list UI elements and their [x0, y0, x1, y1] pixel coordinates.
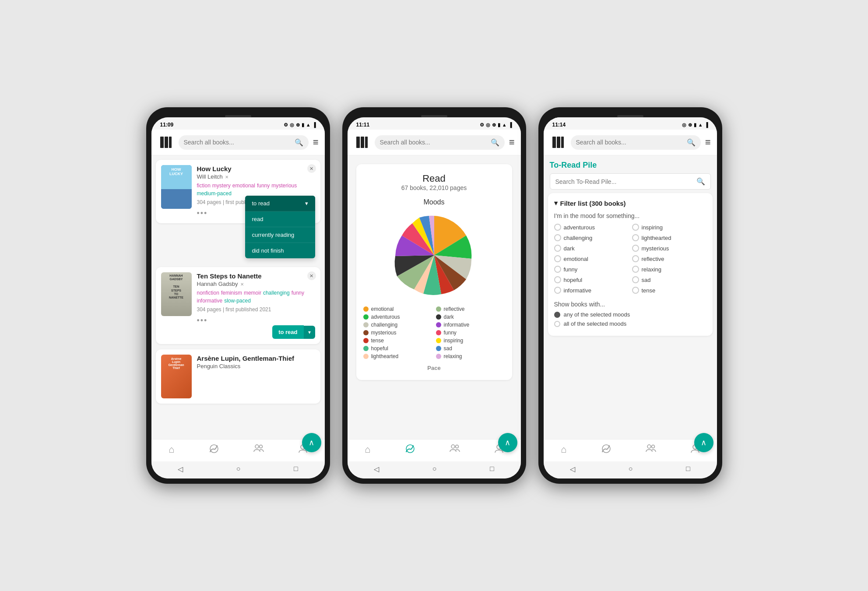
mood-adventurous[interactable]: adventurous — [554, 224, 629, 231]
checkbox-funny[interactable] — [554, 266, 561, 273]
mood-funny[interactable]: funny — [554, 266, 629, 273]
search-icon-3[interactable]: 🔍 — [687, 138, 696, 147]
checkbox-dark[interactable] — [554, 245, 561, 252]
to-read-search[interactable]: 🔍 — [550, 173, 711, 190]
checkbox-emotional[interactable] — [554, 255, 561, 262]
mood-lighthearted[interactable]: lighthearted — [632, 234, 706, 241]
nav-stats-2[interactable] — [405, 444, 415, 455]
dropdown-to-read[interactable]: to read ▾ — [245, 196, 315, 211]
close-btn-1[interactable]: ✕ — [307, 164, 316, 173]
svg-point-5 — [259, 445, 262, 448]
checkbox-adventurous[interactable] — [554, 224, 561, 231]
recent-btn-2[interactable]: □ — [490, 465, 494, 473]
chevron-down-icon: ▾ — [554, 199, 558, 207]
radio-btn-any[interactable] — [554, 312, 560, 318]
battery-icon-2: ▮ — [498, 122, 500, 128]
checkbox-sad[interactable] — [632, 276, 639, 283]
nav-home-2[interactable]: ⌂ — [365, 444, 370, 455]
menu-icon-1[interactable]: ≡ — [313, 137, 319, 148]
checkbox-informative[interactable] — [554, 287, 561, 294]
search-icon-1[interactable]: 🔍 — [295, 138, 303, 147]
book-cover-1: HOWLUCKY — [161, 165, 192, 209]
dot-reflective — [436, 306, 441, 312]
mood-emotional[interactable]: emotional — [554, 255, 629, 262]
nav-home-1[interactable]: ⌂ — [169, 444, 174, 455]
mood-informative[interactable]: informative — [554, 287, 629, 294]
to-read-search-icon[interactable]: 🔍 — [696, 177, 705, 186]
back-btn-2[interactable]: ◁ — [374, 465, 379, 473]
radio-btn-all[interactable] — [554, 321, 560, 327]
mood-hopeful[interactable]: hopeful — [554, 276, 629, 283]
pie-legend: emotional reflective adventurous dark — [363, 306, 505, 359]
menu-icon-2[interactable]: ≡ — [509, 137, 515, 148]
mood-dark[interactable]: dark — [554, 245, 629, 252]
search-bar-3[interactable]: 🔍 — [571, 135, 701, 150]
filter-panel: ▾ Filter list (300 books) I'm in the moo… — [548, 193, 713, 336]
mood-relaxing[interactable]: relaxing — [632, 266, 706, 273]
mood-inspiring[interactable]: inspiring — [632, 224, 706, 231]
home-btn-2[interactable]: ○ — [432, 465, 437, 473]
dropdown-currently-reading[interactable]: currently reading — [245, 227, 315, 243]
sync-icon: ⊕ — [296, 122, 300, 128]
nav-friends-1[interactable] — [253, 444, 264, 455]
mood-mysterious[interactable]: mysterious — [632, 245, 706, 252]
to-read-title: To-Read Pile — [550, 161, 711, 170]
svg-rect-14 — [552, 137, 556, 148]
nav-friends-2[interactable] — [450, 444, 460, 455]
mood-challenging[interactable]: challenging — [554, 234, 629, 241]
back-btn-1[interactable]: ◁ — [178, 465, 183, 473]
signal-icon-3: ▐ — [705, 122, 708, 127]
checkbox-relaxing[interactable] — [632, 266, 639, 273]
book-title-3: Arsène Lupin, Gentleman-Thief — [197, 355, 315, 362]
radio-any[interactable]: any of the selected moods — [554, 311, 706, 318]
mood-sad[interactable]: sad — [632, 276, 706, 283]
book-dots-2[interactable]: ••• — [197, 316, 315, 325]
nav-stats-3[interactable] — [601, 444, 611, 455]
svg-rect-2 — [169, 137, 172, 148]
mood-reflective[interactable]: reflective — [632, 255, 706, 262]
search-input-1[interactable] — [184, 139, 292, 146]
nav-home-3[interactable]: ⌂ — [561, 444, 566, 455]
search-input-2[interactable] — [380, 139, 488, 146]
home-btn-1[interactable]: ○ — [236, 465, 241, 473]
checkbox-challenging[interactable] — [554, 234, 561, 241]
nav-friends-3[interactable] — [646, 444, 656, 455]
fab-3[interactable]: ∧ — [694, 433, 713, 452]
checkbox-inspiring[interactable] — [632, 224, 639, 231]
to-read-search-input[interactable] — [555, 178, 693, 185]
gear-icon: ⚙ — [284, 122, 288, 128]
checkbox-mysterious[interactable] — [632, 245, 639, 252]
dot-funny — [436, 330, 441, 335]
mood-grid: adventurous inspiring challenging lighth… — [554, 224, 706, 294]
dropdown-did-not-finish[interactable]: did not finish — [245, 243, 315, 258]
home-btn-3[interactable]: ○ — [629, 465, 633, 473]
android-nav-1: ◁ ○ □ — [151, 461, 325, 478]
book-info-2: Ten Steps to Nanette Hannah Gadsby ✕ non… — [197, 272, 315, 339]
menu-icon-3[interactable]: ≡ — [705, 137, 711, 148]
battery-icon: ▮ — [302, 122, 304, 128]
back-btn-3[interactable]: ◁ — [570, 465, 575, 473]
btn-to-read-2[interactable]: to read — [272, 325, 303, 339]
search-bar-1[interactable]: 🔍 — [179, 135, 309, 150]
recent-btn-3[interactable]: □ — [686, 465, 690, 473]
search-input-3[interactable] — [576, 139, 684, 146]
svg-rect-9 — [365, 137, 368, 148]
checkbox-reflective[interactable] — [632, 255, 639, 262]
mood-tense[interactable]: tense — [632, 287, 706, 294]
fab-1[interactable]: ∧ — [302, 433, 321, 452]
checkbox-tense[interactable] — [632, 287, 639, 294]
fab-2[interactable]: ∧ — [498, 433, 517, 452]
wifi-icon: ▲ — [306, 122, 311, 127]
nav-stats-1[interactable] — [209, 444, 219, 455]
dropdown-read[interactable]: read — [245, 211, 315, 227]
checkbox-hopeful[interactable] — [554, 276, 561, 283]
close-btn-2[interactable]: ✕ — [307, 271, 316, 280]
recent-btn-1[interactable]: □ — [294, 465, 298, 473]
dot-inspiring — [436, 338, 441, 343]
time-2: 11:11 — [356, 122, 370, 128]
btn-dropdown-2[interactable]: ▾ — [304, 326, 315, 339]
search-bar-2[interactable]: 🔍 — [375, 135, 505, 150]
radio-all[interactable]: all of the selected moods — [554, 320, 706, 327]
checkbox-lighthearted[interactable] — [632, 234, 639, 241]
search-icon-2[interactable]: 🔍 — [491, 138, 499, 147]
